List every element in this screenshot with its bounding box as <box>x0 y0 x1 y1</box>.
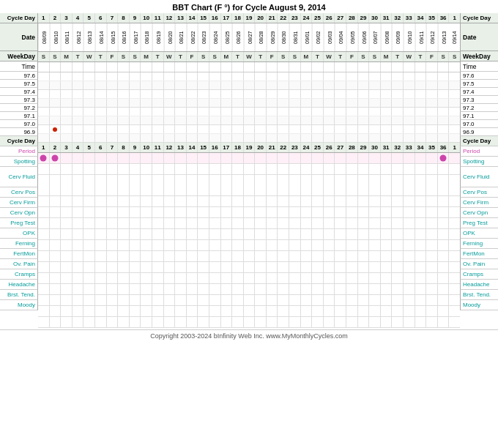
temp-cell-3-30 <box>381 99 393 107</box>
ov-pain-cell-17 <box>232 273 244 283</box>
opk-cell-35 <box>438 240 450 250</box>
brst-tend-cell-13 <box>187 306 198 316</box>
temp-row-973 <box>38 99 460 108</box>
fertmon-cell-4 <box>83 262 95 272</box>
temp-cell-2-6 <box>107 90 119 98</box>
temp-cell-6-21 <box>278 125 289 133</box>
temp-cell-4-10 <box>152 108 164 116</box>
cycle-day-row-bottom: 1234567891011121314151617181920212223242… <box>38 143 460 153</box>
cramps-cell-26 <box>335 284 346 294</box>
cramps-cell-29 <box>369 284 381 294</box>
temp-cell-1-15 <box>209 81 221 89</box>
period-dot-35 <box>440 155 447 162</box>
temp-cell-7-16 <box>221 134 233 142</box>
temp-cell-3-24 <box>312 99 324 107</box>
headache-cell-24 <box>312 295 324 305</box>
cramps-cell-1 <box>50 284 62 294</box>
brst-tend-cell-27 <box>346 306 358 316</box>
temp-cell-7-7 <box>118 134 130 142</box>
right-cramps-label: Cramps <box>460 269 498 280</box>
headache-cell-3 <box>73 295 84 305</box>
temp-cell-2-10 <box>152 90 164 98</box>
cerv-firm-cell-21 <box>278 207 289 217</box>
cerv-firm-cell-11 <box>164 207 176 217</box>
cycle-day-cell-15: 16 <box>209 13 221 23</box>
temp-cell-3-35 <box>438 99 450 107</box>
temp-cell-3-10 <box>152 99 164 107</box>
spotting-row <box>38 164 460 175</box>
moody-cell-36 <box>449 317 460 327</box>
temp-cell-2-19 <box>255 90 267 98</box>
opk-cell-26 <box>335 240 346 250</box>
temp-cell-2-9 <box>141 90 152 98</box>
temp-cell-7-28 <box>358 134 370 142</box>
date-cell-12: 08/21 <box>175 23 187 51</box>
ferning-cell-34 <box>426 251 438 261</box>
temp-cell-4-0 <box>38 108 50 116</box>
date-cell-9: 08/18 <box>141 23 152 51</box>
temp-cell-4-14 <box>198 108 209 116</box>
left-moody-label: Moody <box>0 300 38 310</box>
cycle-day-cell-7: 8 <box>118 13 130 23</box>
moody-cell-28 <box>358 317 370 327</box>
period-cell-0 <box>38 153 50 163</box>
headache-cell-6 <box>107 295 119 305</box>
weekday-cell-31: T <box>392 52 404 61</box>
temp-cell-3-0 <box>38 99 50 107</box>
cerv-opn-cell-27 <box>346 218 358 228</box>
moody-cell-18 <box>244 317 256 327</box>
moody-cell-11 <box>164 317 176 327</box>
left-fertmon-label: FertMon <box>0 249 38 259</box>
period-cell-7 <box>118 153 130 163</box>
temp-cell-2-23 <box>301 90 313 98</box>
ferning-cell-15 <box>209 251 221 261</box>
ferning-cell-17 <box>232 251 244 261</box>
temp-cell-0-11 <box>164 72 176 81</box>
cycle-day-bottom-cell-0: 1 <box>38 143 50 152</box>
temp-cell-7-14 <box>198 134 209 142</box>
temp-row-974 <box>38 90 460 99</box>
cramps-cell-22 <box>289 284 301 294</box>
temp-cell-2-0 <box>38 90 50 98</box>
headache-cell-30 <box>381 295 393 305</box>
temp-cell-6-22 <box>289 125 301 133</box>
brst-tend-cell-2 <box>61 306 73 316</box>
cerv-opn-cell-7 <box>118 218 130 228</box>
temp-cell-0-27 <box>346 72 358 81</box>
cerv-pos-cell-27 <box>346 196 358 206</box>
headache-cell-10 <box>152 295 164 305</box>
cerv-pos-cell-13 <box>187 196 198 206</box>
cycle-day-bottom-cell-18: 19 <box>244 143 256 152</box>
weekday-cell-35: S <box>438 52 450 61</box>
temp-cell-0-33 <box>415 72 427 81</box>
left-cerv-opn-label: Cerv Opn <box>0 208 38 218</box>
cerv-firm-cell-32 <box>404 207 415 217</box>
cerv-opn-cell-4 <box>83 218 95 228</box>
temp-cell-3-3 <box>73 99 84 107</box>
headache-cell-16 <box>221 295 233 305</box>
spotting-cell-0 <box>38 164 50 174</box>
temp-cell-2-21 <box>278 90 289 98</box>
cycle-day-bottom-cell-36: 1 <box>449 143 460 152</box>
moody-cell-6 <box>107 317 119 327</box>
headache-cell-32 <box>404 295 415 305</box>
temp-cell-2-31 <box>392 90 404 98</box>
cerv-opn-cell-1 <box>50 218 62 228</box>
fertmon-cell-25 <box>324 262 335 272</box>
temp-cell-7-22 <box>289 134 301 142</box>
opk-cell-19 <box>255 240 267 250</box>
weekday-row: SSMTWTFSSMTWTFSSMTWTFSSMTWTFSSMTWTFSS <box>38 52 460 62</box>
cerv-fluid-cell-3 <box>73 175 84 195</box>
spotting-cell-7 <box>118 164 130 174</box>
brst-tend-cell-12 <box>175 306 187 316</box>
temp-cell-1-17 <box>232 81 244 89</box>
temp-cell-2-22 <box>289 90 301 98</box>
cramps-cell-6 <box>107 284 119 294</box>
temp-cell-7-5 <box>95 134 107 142</box>
cycle-day-bottom-cell-17: 18 <box>232 143 244 152</box>
time-cell-14 <box>198 62 209 72</box>
weekday-cell-19: T <box>255 52 267 61</box>
weekday-cell-23: M <box>301 52 313 61</box>
cerv-fluid-cell-27 <box>346 175 358 195</box>
temp-cell-3-33 <box>415 99 427 107</box>
